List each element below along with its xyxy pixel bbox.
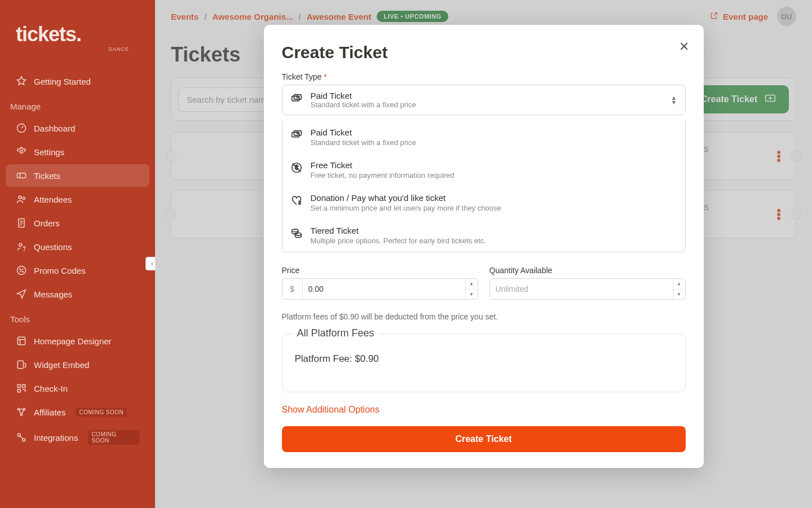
brand-logo: tickets. [0,11,155,50]
fees-legend: All Platform Fees [293,327,379,339]
nav-group-tools: Tools [0,306,155,329]
svg-rect-11 [17,337,25,344]
percent-icon [16,265,27,276]
svg-rect-15 [17,389,20,392]
sidebar-item-orders[interactable]: Orders [6,212,149,234]
sidebar-item-label: Affiliates [34,408,65,417]
currency-symbol: $ [283,279,303,299]
svg-rect-13 [17,384,20,387]
star-icon [16,76,27,87]
svg-point-6 [19,243,22,246]
sidebar-item-integrations[interactable]: IntegrationsCOMING SOON [6,424,149,450]
sidebar-item-checkin[interactable]: Check-In [6,377,149,400]
svg-point-29 [292,229,298,232]
svg-rect-23 [294,95,301,99]
coming-soon-badge: COMING SOON [88,430,139,445]
submit-create-ticket[interactable]: Create Ticket [282,426,686,452]
sidebar-item-label: Orders [34,218,60,228]
fee-note: Platform fees of $0.90 will be deducted … [282,312,686,321]
modal-overlay[interactable]: Create Ticket ✕ Ticket Type * Paid Ticke… [155,0,812,508]
sidebar-item-settings[interactable]: Settings [6,141,149,163]
sidebar-item-messages[interactable]: Messages [6,283,149,305]
platform-fee-line: Platform Fee: $0.90 [295,353,673,365]
user-question-icon [16,241,27,252]
gauge-icon [16,122,27,134]
svg-rect-12 [17,361,23,368]
plug-icon [16,432,27,443]
heart-dollar-icon [290,194,303,209]
sidebar-item-promo[interactable]: Promo Codes [6,259,149,282]
fees-fieldset: All Platform Fees Platform Fee: $0.90 [282,334,686,392]
no-money-icon [290,161,303,176]
svg-point-1 [20,151,23,154]
sidebar-item-widget[interactable]: Widget Embed [6,353,149,376]
chevron-updown-icon: ▲▼ [671,96,677,104]
ticket-type-dropdown: Paid TicketStandard ticket with a fixed … [282,121,686,252]
show-additional-options[interactable]: Show Additional Options [282,405,686,415]
svg-point-4 [23,197,25,199]
sidebar-item-label: Widget Embed [34,360,89,370]
quantity-stepper[interactable]: ▲▼ [673,279,685,299]
price-input[interactable]: $ ▲▼ [282,278,478,300]
sidebar-item-tickets[interactable]: Tickets [6,164,149,187]
sidebar-item-label: Dashboard [34,124,75,133]
sidebar-item-label: Promo Codes [34,266,86,275]
price-stepper[interactable]: ▲▼ [465,279,478,299]
svg-point-10 [23,271,24,273]
selected-option-sub: Standard ticket with a fixed price [311,100,416,109]
cash-icon [290,93,303,107]
cash-icon [290,129,303,143]
svg-point-18 [20,414,22,415]
sidebar-item-label: Homepage Designer [34,336,112,346]
sidebar-item-label: Messages [34,290,72,299]
svg-point-3 [19,196,21,199]
svg-rect-26 [294,131,301,135]
gear-icon [16,146,27,157]
sidebar-item-dashboard[interactable]: Dashboard [6,117,149,139]
sidebar-item-label: Tickets [34,171,60,181]
sidebar: tickets. DANCE Getting Started Manage Da… [0,0,155,508]
svg-point-9 [20,269,21,270]
ticket-type-label: Ticket Type * [282,72,686,81]
sidebar-item-label: Attendees [34,195,72,204]
sidebar-item-homepage[interactable]: Homepage Designer [6,330,149,352]
sidebar-item-label: Check-In [34,384,68,393]
option-paid[interactable]: Paid TicketStandard ticket with a fixed … [283,121,685,154]
sidebar-item-attendees[interactable]: Attendees [6,188,149,211]
layout-icon [16,335,27,347]
selected-option-title: Paid Ticket [311,91,416,100]
sidebar-item-label: Getting Started [34,77,91,86]
price-field[interactable] [303,279,465,299]
sidebar-item-affiliates[interactable]: AffiliatesCOMING SOON [6,401,149,423]
ticket-icon [16,170,27,181]
svg-rect-2 [17,173,26,178]
sidebar-item-getting-started[interactable]: Getting Started [6,70,149,93]
coming-soon-badge: COMING SOON [76,408,127,417]
network-icon [16,406,27,418]
close-icon[interactable]: ✕ [679,40,689,54]
brand-sub: DANCE [0,46,155,52]
main: Events / Awesome Organis... / Awesome Ev… [155,0,812,508]
ticket-type-select[interactable]: Paid Ticket Standard ticket with a fixed… [282,85,686,115]
sidebar-item-label: Questions [34,242,72,252]
qty-label: Quantity Available [489,266,686,275]
svg-point-7 [24,250,25,251]
option-free[interactable]: Free TicketFree ticket, no payment infor… [283,154,685,186]
price-label: Price [282,266,478,275]
sidebar-item-label: Integrations [34,433,78,443]
create-ticket-modal: Create Ticket ✕ Ticket Type * Paid Ticke… [264,25,704,468]
svg-point-27 [297,132,298,134]
receipt-icon [16,217,27,229]
sidebar-item-label: Settings [34,147,64,157]
svg-rect-14 [23,384,25,387]
modal-title: Create Ticket [282,43,686,62]
send-icon [16,288,27,300]
quantity-field[interactable] [490,279,673,299]
option-tiered[interactable]: Tiered TicketMultiple price options. Per… [283,219,685,252]
option-donation[interactable]: Donation / Pay what you'd like ticketSet… [283,186,685,219]
sidebar-item-questions[interactable]: Questions [6,235,149,258]
qr-icon [16,383,27,394]
nav-group-manage: Manage [0,94,155,116]
quantity-input[interactable]: ▲▼ [489,278,686,300]
coins-icon [290,227,303,242]
